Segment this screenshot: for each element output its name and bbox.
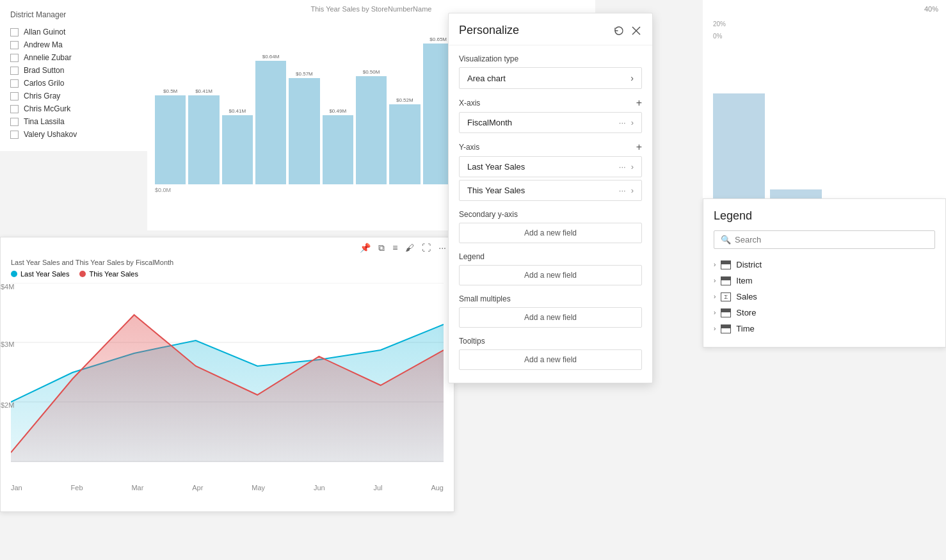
- x-label-may: May: [252, 484, 265, 492]
- secondary-y-axis-add-field-button[interactable]: Add a new field: [459, 223, 642, 243]
- bar-rect-0: [155, 95, 186, 184]
- district-manager-panel: District Manager Allan GuinotAndrew MaAn…: [0, 0, 147, 151]
- x-axis-add-button[interactable]: +: [636, 98, 642, 108]
- area-chart-content: $4M $3M $2M: [1, 283, 454, 481]
- dm-item-8[interactable]: Valery Ushakov: [10, 128, 137, 141]
- legend-search-icon: 🔍: [721, 235, 731, 244]
- y-axis-add-button[interactable]: +: [636, 142, 642, 152]
- small-multiples-add-field-button[interactable]: Add a new field: [459, 307, 642, 328]
- bar-group-2: $0.41M: [222, 108, 253, 184]
- legend-item-row-time[interactable]: › Time: [714, 321, 935, 337]
- y-axis-field-last-year-value: Last Year Sales: [467, 162, 525, 172]
- area-chart-toolbar: 📌 ⧉ ≡ 🖌 ⛶ ···: [1, 237, 454, 259]
- area-chart-title: Last Year Sales and This Year Sales by F…: [1, 259, 454, 270]
- y-label-2m: $2M: [1, 401, 14, 409]
- copy-icon[interactable]: ⧉: [378, 243, 385, 253]
- legend-search-box: 🔍: [714, 230, 935, 249]
- bar-rect-4: [289, 78, 319, 184]
- dm-name-7: Tina Lassila: [24, 117, 65, 126]
- dm-checkbox-8[interactable]: [10, 131, 19, 139]
- x-label-jul: Jul: [373, 484, 382, 492]
- legend-panel: Legend 🔍 › District › Item › Σ Sales › S…: [703, 198, 946, 348]
- legend-label-this-year: This Year Sales: [89, 270, 138, 278]
- legend-item-row-store[interactable]: › Store: [714, 305, 935, 321]
- dm-checkbox-7[interactable]: [10, 118, 19, 126]
- legend-calc-icon-2: Σ: [721, 292, 731, 301]
- dm-checkbox-1[interactable]: [10, 41, 19, 49]
- report-canvas: District Manager Allan GuinotAndrew MaAn…: [0, 0, 946, 560]
- dm-item-2[interactable]: Annelie Zubar: [10, 51, 137, 64]
- personalize-header: Personalize: [449, 13, 652, 45]
- dm-checkbox-5[interactable]: [10, 92, 19, 100]
- legend-placeholder: Add a new field: [524, 271, 577, 280]
- dm-item-5[interactable]: Chris Gray: [10, 90, 137, 102]
- expand-icon[interactable]: ⛶: [422, 243, 431, 253]
- dm-item-3[interactable]: Brad Sutton: [10, 64, 137, 77]
- personalize-reset-button[interactable]: [613, 24, 625, 37]
- bar-group-6: $0.50M: [356, 69, 387, 184]
- y-axis-header: Y-axis +: [459, 142, 642, 152]
- paint-icon[interactable]: 🖌: [405, 243, 414, 253]
- personalize-title: Personalize: [459, 24, 519, 37]
- legend-label-last-year: Last Year Sales: [20, 270, 69, 278]
- bar-top-label-8: $0.65M: [429, 36, 447, 42]
- y-label-4m: $4M: [1, 283, 14, 291]
- x-label-jan: Jan: [11, 484, 22, 492]
- personalize-header-icons: [613, 24, 642, 37]
- tooltips-add-field-button[interactable]: Add a new field: [459, 349, 642, 370]
- secondary-y-axis-placeholder: Add a new field: [524, 228, 577, 237]
- dm-item-1[interactable]: Andrew Ma: [10, 38, 137, 51]
- y-axis-field-last-year[interactable]: Last Year Sales ··· ›: [459, 156, 642, 177]
- legend-item-chevron-4: ›: [714, 325, 716, 332]
- legend-table-icon-1: [721, 276, 731, 285]
- dm-checkbox-6[interactable]: [10, 105, 19, 113]
- bar-top-label-0: $0.5M: [163, 88, 177, 94]
- filter-icon[interactable]: ≡: [392, 243, 397, 253]
- viz-type-chevron: ›: [630, 73, 634, 83]
- right-chart-background: 40% 20% 0%: [703, 0, 946, 230]
- viz-type-button[interactable]: Area chart ›: [459, 67, 642, 89]
- x-label-feb: Feb: [71, 484, 83, 492]
- x-axis-label: X-axis: [459, 99, 480, 108]
- area-chart-svg: [11, 283, 444, 462]
- dm-name-0: Allan Guinot: [24, 28, 65, 36]
- bar-group-5: $0.49M: [323, 108, 353, 184]
- dm-item-6[interactable]: Chris McGurk: [10, 102, 137, 115]
- dm-item-7[interactable]: Tina Lassila: [10, 115, 137, 128]
- legend-add-field-button[interactable]: Add a new field: [459, 265, 642, 285]
- bar-rect-3: [255, 61, 286, 184]
- dm-item-4[interactable]: Carlos Grilo: [10, 77, 137, 90]
- pin-icon[interactable]: 📌: [360, 243, 371, 253]
- y-axis-field-this-year[interactable]: This Year Sales ··· ›: [459, 180, 642, 201]
- dm-checkbox-2[interactable]: [10, 54, 19, 62]
- legend-table-icon-4: [721, 324, 731, 333]
- legend-item-chevron-1: ›: [714, 277, 716, 284]
- bar-top-label-6: $0.50M: [363, 69, 380, 75]
- legend-table-icon-0: [721, 260, 731, 269]
- x-axis-labels: Jan Feb Mar Apr May Jun Jul Aug: [1, 481, 454, 492]
- dm-checkbox-3[interactable]: [10, 67, 19, 75]
- legend-item-row-district[interactable]: › District: [714, 257, 935, 273]
- bar-rect-2: [222, 115, 253, 184]
- dm-checkbox-0[interactable]: [10, 28, 19, 36]
- legend-last-year: Last Year Sales: [11, 270, 69, 278]
- legend-item-label-1: Item: [736, 276, 752, 285]
- x-axis-header: X-axis +: [459, 98, 642, 108]
- dm-name-5: Chris Gray: [24, 92, 60, 100]
- legend-search-input[interactable]: [735, 235, 928, 244]
- x-axis-field-more: ···: [619, 118, 626, 127]
- bar-rect-7: [389, 104, 420, 184]
- legend-item-label-3: Store: [736, 308, 756, 317]
- dm-item-0[interactable]: Allan Guinot: [10, 26, 137, 38]
- legend-item-row-item[interactable]: › Item: [714, 273, 935, 289]
- bar-top-label-7: $0.52M: [396, 97, 413, 103]
- x-label-aug: Aug: [431, 484, 444, 492]
- area-chart-legend: Last Year Sales This Year Sales: [1, 270, 454, 283]
- personalize-close-button[interactable]: [630, 25, 642, 36]
- x-axis-field-pill[interactable]: FiscalMonth ··· ›: [459, 112, 642, 133]
- this-year-area-fill: [11, 315, 444, 462]
- legend-item-row-sales[interactable]: › Σ Sales: [714, 289, 935, 305]
- tooltips-label: Tooltips: [459, 337, 642, 346]
- dm-checkbox-4[interactable]: [10, 79, 19, 88]
- more-icon[interactable]: ···: [438, 243, 446, 253]
